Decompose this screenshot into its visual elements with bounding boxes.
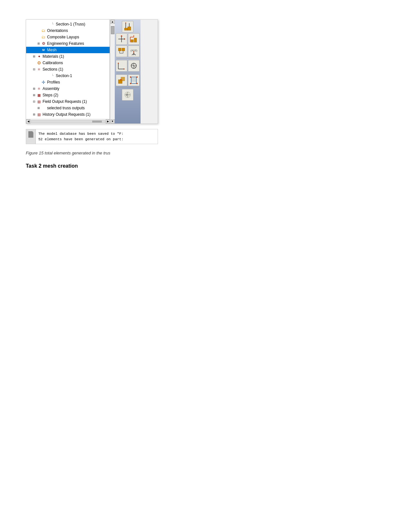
mesh-icon: M [41, 47, 46, 53]
eng-features-icon: ⚙ [41, 41, 46, 46]
tree-label: Composite Layups [47, 34, 79, 40]
bottom-scrollbar[interactable]: ◀ ▶ [26, 119, 110, 123]
tool-btn-2b[interactable] [128, 33, 140, 45]
svg-point-39 [130, 76, 131, 78]
tree-item-materials[interactable]: ⊞ ✦ Materials (1) [26, 53, 110, 60]
scroll-up-arrow[interactable]: ▲ [111, 20, 115, 24]
tree-item-engineering-features[interactable]: ⊞ ⚙ Engineering Features [26, 40, 110, 47]
child-icon: └ [50, 73, 55, 78]
tool-btn-3b[interactable]: (XYZ) [128, 45, 140, 57]
child-icon: └ [50, 22, 55, 27]
expand-icon: ⊞ [32, 112, 36, 117]
tool-btn-5b[interactable] [128, 74, 140, 86]
tree-item-assembly[interactable]: ⊞ ⚛ Assembly [26, 85, 110, 92]
expand-icon [36, 48, 41, 52]
task-heading: Task 2 mesh creation [26, 163, 385, 169]
svg-marker-27 [118, 63, 119, 64]
scroll-down-arrow[interactable]: ▼ [111, 119, 115, 123]
tool-row-2 [116, 33, 140, 45]
tree-label: Profiles [47, 79, 60, 85]
tree-item-calibrations[interactable]: ⚙ Calibrations [26, 60, 110, 66]
tree-panel: └ Section-1 (Truss) 🗂 Orientations 🗂 Com… [26, 20, 110, 119]
tool-btn-1[interactable] [122, 21, 133, 33]
tree-label: Calibrations [43, 60, 63, 66]
tree-item-steps[interactable]: ⊞ ▦ Steps (2) [26, 92, 110, 98]
tool-icon-3b: (XYZ) [129, 47, 138, 56]
expand-icon: ⊞ [32, 93, 36, 97]
tree-item-composite-layups[interactable]: 🗂 Composite Layups [26, 34, 110, 40]
expand-icon [36, 80, 41, 84]
scroll-thumb-vertical [111, 26, 114, 34]
svg-rect-34 [121, 77, 125, 81]
expand-icon [45, 74, 50, 78]
expand-icon [36, 35, 41, 39]
tree-label: Engineering Features [47, 41, 84, 46]
console-line-1: The model database has been saved to "F: [38, 131, 123, 137]
svg-point-35 [120, 79, 122, 80]
tool-btn-4a[interactable] [116, 60, 127, 72]
tree-item-field-output[interactable]: ⊟ ▤ Field Output Requests (1) [26, 98, 110, 105]
tree-item-mesh[interactable]: M Mesh [26, 47, 110, 53]
tree-item-sections[interactable]: ⊟ ⚛ Sections (1) [26, 66, 110, 73]
tool-icon-4a [117, 61, 126, 70]
tree-label: Field Output Requests (1) [43, 99, 87, 104]
svg-point-41 [130, 83, 131, 84]
tool-row-3: (XYZ) [116, 45, 140, 57]
console-icon [28, 131, 34, 138]
calibration-icon: ⚙ [36, 60, 42, 65]
scroll-right-arrow[interactable]: ▶ [106, 119, 110, 123]
svg-rect-15 [122, 48, 125, 51]
scroll-track[interactable] [31, 120, 105, 123]
tool-icon-6 [123, 90, 132, 99]
scroll-thumb [92, 121, 102, 123]
profile-icon: ✛ [41, 80, 46, 85]
expand-icon [36, 28, 41, 33]
tool-btn-5a[interactable] [116, 74, 127, 86]
expand-icon: ⊞ [36, 106, 41, 110]
expand-icon: ⊞ [32, 86, 36, 91]
software-screenshot: └ Section-1 (Truss) 🗂 Orientations 🗂 Com… [26, 19, 158, 124]
folder-icon: 🗂 [41, 28, 46, 33]
svg-rect-1 [128, 27, 131, 30]
tree-item-profiles[interactable]: ✛ Profiles [26, 79, 110, 85]
toolbar-panel: (XYZ) [115, 20, 141, 123]
tool-btn-4b[interactable] [128, 60, 140, 72]
expand-icon: ⊟ [32, 99, 36, 104]
steps-icon: ▦ [36, 93, 42, 98]
svg-line-21 [132, 54, 134, 55]
tree-label: Orientations [47, 28, 68, 34]
tool-row-5 [116, 74, 140, 86]
expand-icon: ⊟ [32, 67, 36, 72]
history-output-icon: ▤ [36, 112, 42, 117]
tool-btn-3a[interactable] [116, 45, 127, 57]
svg-point-40 [136, 76, 138, 78]
svg-marker-8 [124, 38, 125, 40]
expand-icon: ⊞ [36, 41, 41, 46]
tool-icon-5b [129, 76, 138, 85]
folder-icon: 🗂 [41, 34, 46, 40]
tool-icon-1 [123, 22, 132, 31]
tree-label: selected truss outputs [47, 105, 85, 111]
tool-icon-5a [117, 76, 126, 85]
tool-row-4 [116, 60, 140, 72]
svg-marker-4 [125, 22, 126, 23]
scroll-left-arrow[interactable]: ◀ [26, 119, 30, 123]
tree-item-selected-truss[interactable]: ⊞ selected truss outputs [26, 105, 110, 111]
tree-item-history-output[interactable]: ⊞ ▤ History Output Requests (1) [26, 111, 110, 118]
vertical-scrollbar[interactable]: ▲ ▼ [110, 20, 115, 123]
assembly-icon: ⚛ [36, 86, 42, 91]
expand-icon [32, 61, 36, 65]
tool-btn-6[interactable] [122, 89, 133, 101]
tree-item-section1-truss[interactable]: └ Section-1 (Truss) [26, 21, 110, 27]
tree-label: Materials (1) [43, 54, 64, 59]
section-icon: ⚛ [36, 67, 42, 72]
material-icon: ✦ [36, 54, 42, 59]
tree-item-section1[interactable]: └ Section-1 [26, 73, 110, 79]
tree-label: History Output Requests (1) [43, 112, 91, 117]
tool-icon-3a [117, 47, 126, 56]
tree-item-orientations[interactable]: 🗂 Orientations [26, 27, 110, 34]
console-line-2: 52 elements have been generated on part: [38, 137, 123, 142]
tool-btn-2a[interactable] [116, 33, 127, 45]
svg-marker-28 [123, 68, 125, 70]
svg-rect-36 [131, 77, 136, 84]
